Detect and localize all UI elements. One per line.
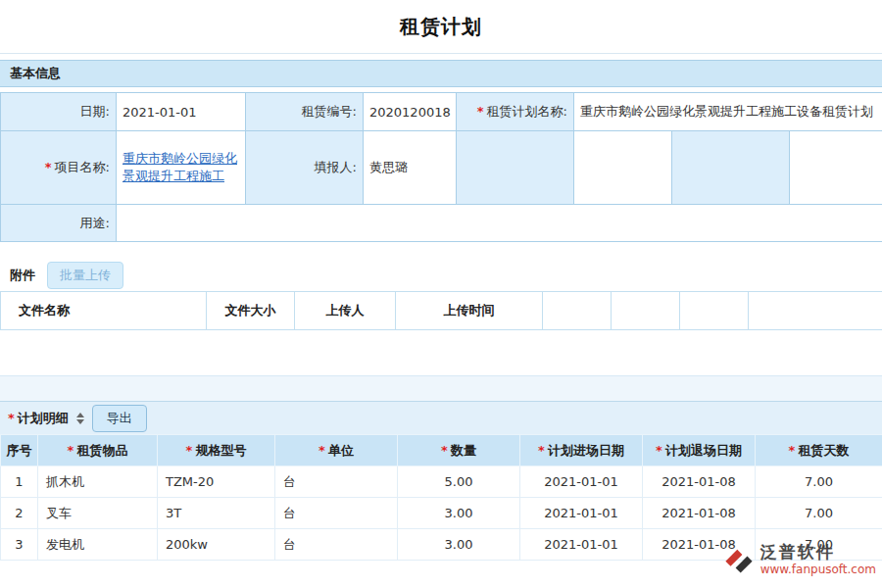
- required-mark: *: [68, 443, 74, 458]
- fanpu-logo-icon: [722, 543, 756, 576]
- cell-entry-date: 2021-01-01: [520, 466, 643, 498]
- cell-unit: 台: [275, 529, 398, 561]
- required-mark: *: [656, 443, 662, 458]
- required-mark: *: [8, 411, 15, 425]
- attach-col-uploader: 上传人: [295, 292, 396, 330]
- cell-rental-days: 7.00: [756, 498, 882, 529]
- export-button[interactable]: 导出: [92, 405, 147, 432]
- cell-item: 抓木机: [38, 466, 158, 498]
- watermark-brand: 泛普软件: [760, 542, 876, 562]
- sort-asc-icon: [76, 413, 84, 417]
- cell-spec: TZM-20: [158, 466, 275, 498]
- project-label: *项目名称:: [1, 131, 117, 205]
- attach-col-empty: [612, 292, 680, 330]
- plan-name-label: *租赁计划名称:: [457, 93, 574, 131]
- detail-col-exit-date: *计划退场日期: [643, 435, 756, 466]
- plan-name-value: 重庆市鹅岭公园绿化景观提升工程施工设备租赁计划: [574, 93, 882, 131]
- cell-unit: 台: [275, 466, 398, 498]
- empty-label-cell: [672, 131, 790, 205]
- purpose-value: [117, 205, 882, 242]
- table-row: 2 叉车 3T 台 3.00 2021-01-01 2021-01-08 7.0…: [1, 498, 882, 529]
- attachments-section-header: 附件 批量上传: [0, 260, 882, 291]
- title-bar: 租赁计划: [0, 0, 882, 54]
- page-title: 租赁计划: [400, 14, 482, 40]
- required-mark: *: [45, 160, 52, 174]
- rental-no-label: 租赁编号:: [246, 93, 364, 131]
- cell-item: 发电机: [38, 529, 158, 561]
- cell-entry-date: 2021-01-01: [520, 498, 643, 529]
- rental-no-value: 2020120018: [364, 93, 457, 131]
- empty-value-cell: [574, 131, 672, 205]
- basic-info-section-header: 基本信息: [0, 60, 882, 87]
- attach-col-filesize: 文件大小: [207, 292, 295, 330]
- cell-quantity: 5.00: [398, 466, 520, 498]
- required-mark: *: [441, 443, 448, 458]
- attach-col-filename: 文件名称: [1, 292, 207, 330]
- form-row-2: *项目名称: 重庆市鹅岭公园绿化景观提升工程施工 填报人: 黄思璐: [1, 131, 882, 205]
- detail-col-rental-days: *租赁天数: [756, 435, 882, 466]
- basic-info-title: 基本信息: [10, 65, 61, 82]
- required-mark: *: [318, 443, 325, 458]
- sort-desc-icon: [76, 419, 84, 424]
- cell-exit-date: 2021-01-08: [643, 498, 756, 529]
- reporter-label: 填报人:: [246, 131, 364, 205]
- cell-entry-date: 2021-01-01: [520, 529, 643, 561]
- batch-upload-button[interactable]: 批量上传: [47, 262, 123, 289]
- empty-label-cell: [457, 131, 574, 205]
- required-mark: *: [477, 104, 484, 119]
- cell-index: 1: [1, 466, 38, 498]
- basic-info-table: 日期: 2021-01-01 租赁编号: 2020120018 *租赁计划名称:…: [0, 92, 882, 242]
- cell-index: 2: [1, 498, 38, 529]
- project-value-cell: 重庆市鹅岭公园绿化景观提升工程施工: [117, 131, 246, 205]
- date-label: 日期:: [1, 93, 117, 131]
- detail-col-spec: *规格型号: [158, 435, 275, 466]
- attachments-table: 文件名称 文件大小 上传人 上传时间: [0, 291, 882, 330]
- reporter-value: 黄思璐: [364, 131, 457, 205]
- watermark-text: 泛普软件 www.fanpusoft.com: [760, 542, 876, 576]
- required-mark: *: [538, 443, 545, 458]
- attach-col-empty: [749, 292, 882, 330]
- detail-col-index: 序号: [1, 435, 38, 466]
- cell-item: 叉车: [38, 498, 158, 529]
- attach-col-empty: [680, 292, 749, 330]
- detail-col-unit: *单位: [275, 435, 398, 466]
- cell-rental-days: 7.00: [756, 466, 882, 498]
- attachments-header-row: 文件名称 文件大小 上传人 上传时间: [1, 292, 882, 330]
- cell-quantity: 3.00: [398, 498, 520, 529]
- table-row: 1 抓木机 TZM-20 台 5.00 2021-01-01 2021-01-0…: [1, 466, 882, 498]
- watermark-url: www.fanpusoft.com: [760, 563, 876, 576]
- sort-icon[interactable]: [76, 413, 84, 424]
- attach-col-empty: [543, 292, 612, 330]
- watermark: 泛普软件 www.fanpusoft.com: [722, 542, 876, 576]
- attachments-title: 附件: [10, 267, 35, 284]
- required-mark: *: [789, 443, 796, 458]
- cell-spec: 3T: [158, 498, 275, 529]
- project-name-link[interactable]: 重庆市鹅岭公园绿化景观提升工程施工: [122, 151, 237, 183]
- required-mark: *: [186, 443, 193, 458]
- cell-unit: 台: [275, 498, 398, 529]
- cell-exit-date: 2021-01-08: [643, 466, 756, 498]
- cell-spec: 200kw: [158, 529, 275, 561]
- form-row-3: 用途:: [1, 205, 882, 242]
- attachments-empty-area: [0, 330, 882, 375]
- purpose-label: 用途:: [1, 205, 117, 242]
- detail-header-row: 序号 *租赁物品 *规格型号 *单位 *数量 *计划进场日期 *计划退场日期 *…: [1, 435, 882, 466]
- cell-index: 3: [1, 529, 38, 561]
- plan-details-title: *计划明细: [8, 410, 69, 427]
- cell-quantity: 3.00: [398, 529, 520, 561]
- detail-col-item: *租赁物品: [38, 435, 158, 466]
- date-value: 2021-01-01: [117, 93, 246, 131]
- detail-col-quantity: *数量: [398, 435, 520, 466]
- form-row-1: 日期: 2021-01-01 租赁编号: 2020120018 *租赁计划名称:…: [1, 93, 882, 131]
- empty-value-cell: [790, 131, 882, 205]
- plan-details-section-header: *计划明细 导出: [0, 401, 882, 434]
- section-divider: [0, 375, 882, 401]
- detail-col-entry-date: *计划进场日期: [520, 435, 643, 466]
- attach-col-uploadtime: 上传时间: [396, 292, 543, 330]
